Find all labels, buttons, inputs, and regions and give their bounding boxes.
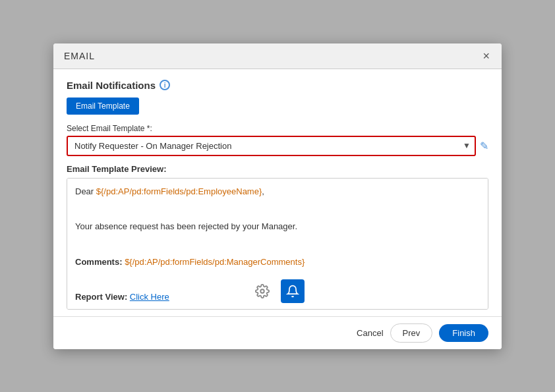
section-title-row: Email Notifications i — [67, 80, 488, 91]
preview-line-1: Dear ${/pd:AP/pd:formFields/pd:EmployeeN… — [75, 185, 480, 199]
modal-body: Email Notifications i Email Template Sel… — [53, 69, 502, 349]
prev-button[interactable]: Prev — [390, 323, 433, 343]
finish-button[interactable]: Finish — [439, 324, 488, 342]
preview-label: Email Template Preview: — [67, 164, 488, 174]
cancel-button[interactable]: Cancel — [357, 328, 383, 338]
variable-manager-comments: ${/pd:AP/pd:formFields/pd:ManagerComment… — [125, 257, 305, 267]
footer-icons-row — [53, 273, 502, 310]
notifications-icon-button[interactable] — [281, 279, 305, 303]
modal-title: EMAIL — [64, 51, 95, 61]
modal-footer: Cancel Prev Finish — [53, 316, 502, 349]
select-container: Notify Requester - On Manager Rejection … — [67, 136, 476, 156]
preview-line-blank-2 — [75, 238, 480, 252]
modal-header: EMAIL × — [53, 43, 502, 69]
email-modal: EMAIL × Email Notifications i Email Temp… — [53, 43, 502, 349]
close-button[interactable]: × — [481, 50, 491, 62]
svg-point-0 — [260, 289, 264, 293]
select-wrapper: Notify Requester - On Manager Rejection … — [67, 136, 488, 156]
select-field-label: Select Email Template *: — [67, 124, 488, 133]
comments-label: Comments: — [75, 257, 123, 267]
settings-icon-button[interactable] — [250, 279, 274, 303]
preview-line-blank-1 — [75, 202, 480, 216]
section-title-text: Email Notifications — [67, 80, 156, 91]
variable-employee-name: ${/pd:AP/pd:formFields/pd:EmployeeName} — [96, 186, 262, 196]
email-template-tab[interactable]: Email Template — [67, 98, 139, 115]
email-template-select[interactable]: Notify Requester - On Manager Rejection — [67, 136, 476, 156]
preview-line-comments: Comments: ${/pd:AP/pd:formFields/pd:Mana… — [75, 256, 480, 269]
info-icon[interactable]: i — [160, 80, 170, 90]
preview-line-2: Your absence request has been rejected b… — [75, 220, 480, 234]
edit-icon[interactable]: ✎ — [480, 140, 488, 152]
